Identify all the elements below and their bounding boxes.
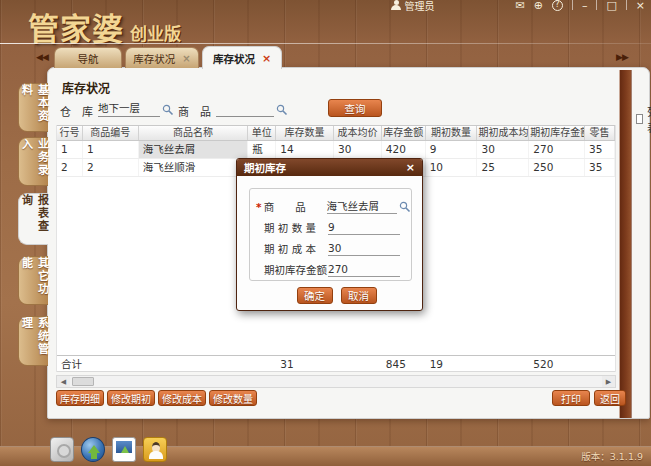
globe-icon[interactable]: ⊕ xyxy=(534,0,543,11)
column-header[interactable]: 库存数量 xyxy=(276,126,334,140)
maximize-button[interactable]: □ xyxy=(606,0,616,11)
tab-scroll-left-icon[interactable]: ◀◀ xyxy=(36,52,48,62)
sidebar-item-basic-data[interactable]: 基本资料 xyxy=(18,83,48,132)
search-icon[interactable] xyxy=(276,104,288,116)
table-row[interactable]: 11海飞丝去屑瓶143042093027035 xyxy=(57,141,615,159)
column-header[interactable]: 期初数量 xyxy=(426,126,478,140)
table-cell: 250 xyxy=(529,159,585,176)
column-header[interactable]: 零售 xyxy=(585,126,615,140)
upgrade-window-icon[interactable] xyxy=(112,437,136,462)
search-icon[interactable] xyxy=(399,201,411,213)
table-cell: 25 xyxy=(477,159,529,176)
tab-inventory-status-1[interactable]: 库存状况 × xyxy=(125,47,199,68)
total-cell: 845 xyxy=(382,356,426,371)
query-button[interactable]: 查询 xyxy=(328,99,382,117)
logo-text-sub: 创业版 xyxy=(130,20,181,45)
required-marker: * xyxy=(256,201,264,213)
total-cell xyxy=(478,356,530,371)
modify-initial-button[interactable]: 修改期初 xyxy=(107,390,155,406)
sidebar-item-report-query[interactable]: 报表查询 xyxy=(18,193,48,245)
table-cell: 2 xyxy=(83,159,139,176)
sidebar-item-label: 其它功能 xyxy=(18,257,50,304)
print-button[interactable]: 打印 xyxy=(552,390,590,406)
search-icon[interactable] xyxy=(162,104,174,116)
tab-inventory-status-2[interactable]: 库存状况 × xyxy=(202,46,282,69)
minimize-button[interactable]: – xyxy=(582,0,588,11)
settings-dial-icon[interactable] xyxy=(50,437,74,462)
dock xyxy=(50,437,167,462)
column-header[interactable]: 行号 xyxy=(57,126,83,140)
user-label: 管理员 xyxy=(404,0,434,13)
total-cell xyxy=(139,356,249,371)
sidebar-item-system-management[interactable]: 系统管理 xyxy=(18,316,48,366)
column-header[interactable]: 成本均价 xyxy=(334,126,382,140)
sidebar-item-label: 系统管理 xyxy=(18,317,50,365)
warehouse-label: 仓 库 xyxy=(60,103,93,119)
table-cell: 海飞丝去屑 xyxy=(139,141,249,158)
table-cell: 14 xyxy=(276,141,334,158)
sidebar-item-business-entry[interactable]: 业务录入 xyxy=(18,137,48,186)
dialog-titlebar[interactable]: 期初库存 × xyxy=(237,159,422,176)
initial-amount-field[interactable]: 270 xyxy=(328,262,400,277)
list-view-toggle[interactable]: 列表 xyxy=(636,103,651,135)
table-cell: 35 xyxy=(585,159,615,176)
header-divider xyxy=(0,43,651,44)
total-cell: 19 xyxy=(426,356,478,371)
column-header[interactable]: 商品编号 xyxy=(83,126,139,140)
column-header[interactable]: 库存金额 xyxy=(382,126,426,140)
table-cell: 2 xyxy=(57,159,83,176)
inventory-detail-button[interactable]: 库存明细 xyxy=(56,390,104,406)
product-input[interactable] xyxy=(216,100,274,117)
total-cell: 520 xyxy=(529,356,585,371)
total-cell xyxy=(83,356,139,371)
cancel-button[interactable]: 取消 xyxy=(341,287,377,304)
assistant-mascot-icon[interactable] xyxy=(143,437,167,462)
tab-label: 库存状况 xyxy=(213,51,255,66)
horizontal-scrollbar[interactable]: ◀ ▶ xyxy=(56,375,616,388)
total-cell xyxy=(585,356,615,371)
sidebar-item-other-functions[interactable]: 其它功能 xyxy=(18,256,48,305)
initial-amount-label: 期初库存金额 xyxy=(264,262,328,277)
initial-inventory-dialog: 期初库存 × * 商 品 海飞丝去屑 期 初 数 量 9 期 初 成 本 30 … xyxy=(236,158,423,311)
ok-button[interactable]: 确定 xyxy=(297,287,333,304)
sidebar-item-label: 报表查询 xyxy=(18,194,50,244)
mail-icon[interactable]: ✉ xyxy=(515,0,524,11)
initial-cost-field[interactable]: 30 xyxy=(328,241,400,256)
product-field[interactable]: 海飞丝去屑 xyxy=(327,199,398,214)
column-header[interactable]: 商品名称 xyxy=(139,126,249,140)
column-header[interactable]: 期初成本均价 xyxy=(477,126,529,140)
divider xyxy=(596,0,597,10)
back-button[interactable]: 返回 xyxy=(594,390,626,406)
total-cell: 31 xyxy=(276,356,334,371)
filter-bar: 仓 库 地下一层 商 品 查询 列表 xyxy=(48,100,649,120)
table-cell: 10 xyxy=(426,159,478,176)
help-icon[interactable]: ? xyxy=(552,0,563,11)
current-user[interactable]: 管理员 xyxy=(391,0,434,13)
online-update-icon[interactable] xyxy=(81,437,105,462)
product-field-label: 商 品 xyxy=(264,199,327,214)
sidebar-item-label: 业务录入 xyxy=(18,138,50,185)
scroll-right-icon[interactable]: ▶ xyxy=(602,376,615,387)
modify-quantity-button[interactable]: 修改数量 xyxy=(209,390,257,406)
tab-scroll-right-icon[interactable]: ▶▶ xyxy=(616,52,628,62)
tab-close-icon[interactable]: × xyxy=(262,52,271,65)
modify-cost-button[interactable]: 修改成本 xyxy=(158,390,206,406)
close-button[interactable]: × xyxy=(636,0,645,11)
total-cell xyxy=(334,356,382,371)
scroll-left-icon[interactable]: ◀ xyxy=(57,376,70,387)
divider xyxy=(626,0,627,10)
dialog-close-icon[interactable]: × xyxy=(406,161,415,174)
tab-navigation[interactable]: 导航 xyxy=(54,47,122,68)
checkbox-icon[interactable] xyxy=(636,114,643,124)
tab-close-icon[interactable]: × xyxy=(182,53,190,64)
initial-quantity-field[interactable]: 9 xyxy=(328,220,400,235)
dialog-fieldset: * 商 品 海飞丝去屑 期 初 数 量 9 期 初 成 本 30 期初库存金额 … xyxy=(249,188,412,281)
total-cell xyxy=(248,356,276,371)
table-total-row: 合计3184519520 xyxy=(57,355,615,372)
warehouse-input[interactable]: 地下一层 xyxy=(98,100,160,117)
user-icon xyxy=(391,0,401,10)
product-label: 商 品 xyxy=(178,103,211,119)
column-header[interactable]: 期初库存金额 xyxy=(529,126,585,140)
column-header[interactable]: 单位 xyxy=(248,126,276,140)
scrollbar-thumb[interactable] xyxy=(72,377,94,386)
